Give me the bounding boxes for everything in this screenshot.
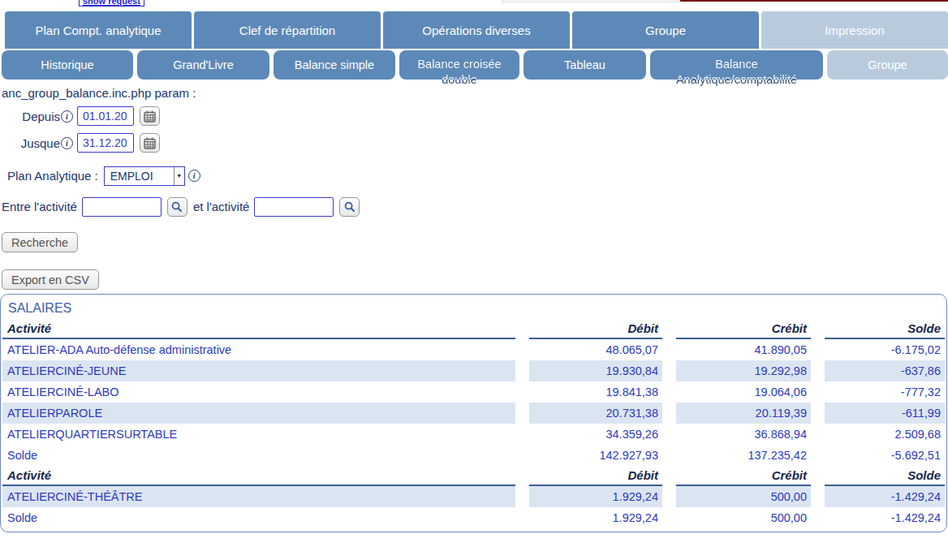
header-activite: Activité <box>2 319 515 339</box>
jusque-row: Jusquei <box>0 132 948 153</box>
header-debit: Débit <box>529 466 662 486</box>
tab-operations-diverses[interactable]: Opérations diverses <box>383 11 570 49</box>
tab-clef-de-repartition[interactable]: Clef de répartition <box>194 11 381 49</box>
debit-value: 19.841,38 <box>529 381 662 403</box>
table-row: ATELIERQUARTIERSURTABLE34.359,2636.868,9… <box>2 424 945 445</box>
plan-analytique-select[interactable]: EMPLOI ▼ <box>104 166 185 186</box>
table-row: ATELIERPAROLE20.731,3820.119,39-611,99 <box>2 403 945 424</box>
tab-label: Balance Analytique/comptabilité <box>676 57 797 88</box>
chevron-down-icon: ▼ <box>174 167 184 185</box>
debit-value: 19.930,84 <box>529 360 662 381</box>
solde-value: -1.429,24 <box>825 486 945 507</box>
jusque-date-input[interactable] <box>77 133 134 153</box>
activity-range-row: Entre l'activité et l'activité <box>2 196 948 217</box>
calendar-icon <box>144 110 156 123</box>
jusque-label: Jusque <box>21 136 60 150</box>
jusque-calendar-button[interactable] <box>140 133 160 153</box>
info-icon[interactable]: i <box>61 110 73 123</box>
table-title: SALAIRES <box>2 299 945 319</box>
solde-value: 2.509,68 <box>825 424 945 445</box>
et-activite-label: et l'activité <box>193 200 250 213</box>
table-total-row: Solde142.927,93137.235,42-5.692,51 <box>2 445 945 466</box>
debit-value: 34.359,26 <box>529 424 662 445</box>
et-activite-input[interactable] <box>254 197 334 217</box>
depuis-date-input[interactable] <box>77 106 134 126</box>
credit-value: 36.868,94 <box>676 424 811 445</box>
activity-link[interactable]: ATELIERCINÉ-JEUNE <box>7 364 126 377</box>
activity-link[interactable]: ATELIERQUARTIERSURTABLE <box>7 428 177 441</box>
tab-balance-analytique-comptabilite[interactable]: Balance Analytique/comptabilité <box>650 50 823 80</box>
export-csv-button[interactable]: Export en CSV <box>2 269 99 290</box>
depuis-calendar-button[interactable] <box>140 106 160 126</box>
search-icon <box>171 201 183 213</box>
tab-label: Balance croisée double <box>417 57 501 88</box>
tab-balance-simple[interactable]: Balance simple <box>274 50 395 80</box>
primary-tab-bar: Plan Compt. analytique Clef de répartiti… <box>5 11 948 49</box>
table-total-row: Solde1.929,24500,00-1.429,24 <box>2 507 945 528</box>
entre-activite-label: Entre l'activité <box>2 200 77 213</box>
table-row: ATELIERCINÉ-JEUNE19.930,8419.292,98-637,… <box>2 360 945 381</box>
calendar-icon <box>144 137 156 149</box>
debit-value: 48.065,07 <box>529 339 662 360</box>
et-activite-search-button[interactable] <box>339 197 360 217</box>
tab-tableau[interactable]: Tableau <box>524 50 646 80</box>
info-icon[interactable]: i <box>61 137 73 149</box>
entre-activite-input[interactable] <box>82 197 162 217</box>
header-activite: Activité <box>2 466 515 486</box>
tab-historique[interactable]: Historique <box>2 50 133 80</box>
credit-value: 41.890,05 <box>676 339 811 360</box>
header-solde: Solde <box>825 466 945 486</box>
search-icon <box>344 201 356 213</box>
total-solde-value: -1.429,24 <box>825 507 945 528</box>
solde-value: -6.175,02 <box>825 339 945 360</box>
debit-value: 20.731,38 <box>529 403 662 424</box>
solde-value: -637,86 <box>825 360 945 381</box>
solde-value: -611,99 <box>825 403 945 424</box>
top-red-line <box>680 0 948 2</box>
total-solde-value: -5.692,51 <box>825 445 945 466</box>
table-row: ATELIER-ADA Auto-défense administrative4… <box>2 339 945 360</box>
header-solde: Solde <box>825 319 945 339</box>
tab-groupe[interactable]: Groupe <box>572 11 759 49</box>
table-header-row: ActivitéDébitCrébitSolde <box>2 319 945 339</box>
credit-value: 20.119,39 <box>676 403 811 424</box>
tab-grand-livre[interactable]: Grand'Livre <box>137 50 269 80</box>
show-request-link[interactable]: show request <box>79 0 144 6</box>
page-param-text: anc_group_balance.inc.php param : <box>2 86 948 100</box>
secondary-tab-bar: Historique Grand'Livre Balance simple Ba… <box>2 50 948 80</box>
tab-impression[interactable]: Impression <box>761 11 948 49</box>
entre-activite-search-button[interactable] <box>167 197 187 217</box>
tab-groupe-secondary[interactable]: Groupe <box>827 50 948 80</box>
top-strip: show request <box>0 0 948 11</box>
total-credit-value: 137.235,42 <box>676 445 811 466</box>
tab-balance-croisee-double[interactable]: Balance croisée double <box>399 50 519 80</box>
activity-link[interactable]: ATELIERCINÉ-LABO <box>7 386 119 398</box>
info-icon[interactable]: i <box>188 170 200 182</box>
header-credit: Crébit <box>676 466 811 486</box>
header-debit: Débit <box>529 319 662 339</box>
credit-value: 500,00 <box>676 486 811 507</box>
activity-link[interactable]: ATELIERCINÉ-THÉÂTRE <box>7 490 143 503</box>
plan-analytique-selected-value: EMPLOI <box>105 170 174 183</box>
header-credit: Crébit <box>676 319 811 339</box>
plan-analytique-row: Plan Analytique : EMPLOI ▼ i <box>7 166 948 186</box>
credit-value: 19.292,98 <box>676 360 811 381</box>
recherche-button[interactable]: Recherche <box>2 232 78 252</box>
solde-value: -777,32 <box>825 381 945 403</box>
depuis-row: Depuisi <box>0 106 948 127</box>
table-row: ATELIERCINÉ-THÉÂTRE1.929,24500,00-1.429,… <box>2 486 945 507</box>
total-label: Solde <box>2 445 515 466</box>
table-header-row: ActivitéDébitCrébitSolde <box>2 466 945 486</box>
total-label: Solde <box>2 507 515 528</box>
activity-link[interactable]: ATELIERPAROLE <box>7 407 102 420</box>
activity-link[interactable]: ATELIER-ADA Auto-défense administrative <box>7 343 231 356</box>
depuis-label: Depuis <box>22 110 60 123</box>
balance-result-table: SALAIRES ActivitéDébitCrébitSoldeATELIER… <box>0 294 947 532</box>
plan-analytique-label: Plan Analytique : <box>7 169 98 183</box>
tab-plan-compt-analytique[interactable]: Plan Compt. analytique <box>5 11 192 49</box>
table-row: ATELIERCINÉ-LABO19.841,3819.064,06-777,3… <box>2 381 945 403</box>
debit-value: 1.929,24 <box>529 486 662 507</box>
total-debit-value: 1.929,24 <box>529 507 662 528</box>
total-credit-value: 500,00 <box>676 507 811 528</box>
total-debit-value: 142.927,93 <box>529 445 662 466</box>
